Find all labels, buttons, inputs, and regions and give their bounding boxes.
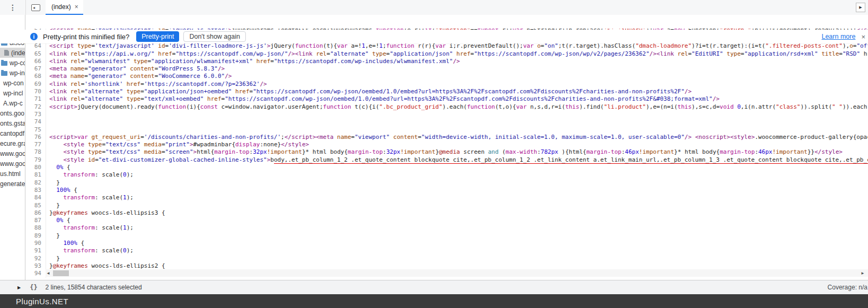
- code-line[interactable]: 91 transform: scale(0);: [25, 247, 868, 254]
- code-line[interactable]: 78 <style type="text/css" media="screen"…: [25, 148, 868, 156]
- line-number[interactable]: 72: [25, 103, 43, 111]
- line-number[interactable]: 83: [25, 187, 43, 194]
- code-line-text[interactable]: }: [46, 255, 868, 262]
- code-line-text[interactable]: <style type="text/css" media="screen">ht…: [46, 148, 868, 156]
- more-options-menu-icon[interactable]: ⋮: [0, 0, 26, 15]
- code-line[interactable]: 85 }: [25, 202, 868, 209]
- code-line[interactable]: 75: [25, 126, 868, 134]
- file-tree-item[interactable]: us.html: [0, 169, 25, 179]
- code-line-text[interactable]: 100% {: [46, 187, 868, 194]
- code-line[interactable]: 86}@keyframes woocs-lds-ellipsis3 {: [25, 209, 868, 217]
- line-number[interactable]: 74: [25, 118, 43, 126]
- line-number[interactable]: 79: [25, 156, 43, 164]
- line-number[interactable]: 65: [25, 50, 43, 58]
- infobar-close-icon[interactable]: ×: [861, 33, 865, 41]
- line-number[interactable]: 75: [25, 126, 43, 134]
- code-editor[interactable]: 62<script type='text/javascript' id='jqu…: [25, 15, 868, 280]
- line-number[interactable]: 78: [25, 148, 43, 156]
- code-line-text[interactable]: <meta name="generator" content="WooComme…: [46, 73, 868, 80]
- code-line-text[interactable]: <link rel="alternate" type="text/xml+oem…: [46, 95, 868, 103]
- line-number[interactable]: 87: [25, 217, 43, 224]
- tab-overflow-icon[interactable]: ▶: [856, 3, 865, 12]
- format-braces-icon[interactable]: {}: [30, 284, 37, 291]
- file-tree-item[interactable]: onts.gsta: [0, 118, 25, 128]
- code-line-text[interactable]: <link rel="https://api.w.org/" href="htt…: [46, 50, 868, 58]
- code-line-text[interactable]: <script type='text/javascript' id='divi-…: [46, 42, 868, 50]
- line-number[interactable]: 84: [25, 194, 43, 201]
- line-number[interactable]: 64: [25, 42, 43, 50]
- line-number[interactable]: 68: [25, 73, 43, 80]
- code-line-text[interactable]: }@keyframes woocs-lds-ellipsis3 {: [46, 209, 868, 217]
- file-tree-item[interactable]: wp-con: [0, 58, 25, 68]
- code-line[interactable]: 88 transform: scale(1);: [25, 224, 868, 232]
- learn-more-link[interactable]: Learn more: [821, 33, 855, 40]
- line-number[interactable]: 90: [25, 240, 43, 247]
- line-number[interactable]: 88: [25, 224, 43, 232]
- expand-sidebar-icon[interactable]: ▶: [17, 285, 21, 290]
- code-line[interactable]: 90 100% {: [25, 240, 868, 247]
- file-tree-item[interactable]: wp-con: [0, 78, 25, 88]
- code-line-text[interactable]: transform: scale(1);: [46, 224, 868, 232]
- code-line[interactable]: 66<link rel="wlwmanifest" type="applicat…: [25, 58, 868, 65]
- scroll-right-icon[interactable]: ►: [861, 271, 865, 276]
- file-tree-item[interactable]: www.goo: [0, 148, 25, 159]
- code-line[interactable]: 83 100% {: [25, 187, 868, 194]
- line-number[interactable]: 89: [25, 232, 43, 240]
- code-line-text[interactable]: <link rel="wlwmanifest" type="applicatio…: [46, 58, 868, 65]
- dont-show-again-button[interactable]: Don't show again: [183, 31, 246, 42]
- line-number[interactable]: 94: [25, 270, 43, 277]
- file-tree-item[interactable]: A.wp-c: [0, 98, 25, 108]
- file-tree-item[interactable]: (inde: [0, 48, 25, 58]
- line-number[interactable]: 76: [25, 134, 43, 141]
- code-line[interactable]: 70<link rel="alternate" type="applicatio…: [25, 88, 868, 95]
- line-number[interactable]: 69: [25, 81, 43, 88]
- code-line-text[interactable]: transform: scale(0);: [46, 171, 868, 179]
- code-line[interactable]: 84 transform: scale(1);: [25, 194, 868, 201]
- line-number[interactable]: 91: [25, 247, 43, 254]
- code-line-text[interactable]: [46, 111, 868, 118]
- line-number[interactable]: 70: [25, 88, 43, 95]
- code-line-text[interactable]: <link rel='shortlink' href='https://scan…: [46, 81, 868, 88]
- scrollbar-thumb[interactable]: [53, 270, 69, 276]
- code-line-text[interactable]: transform: scale(1);: [46, 194, 868, 201]
- code-line-text[interactable]: [46, 118, 868, 126]
- line-number[interactable]: 66: [25, 58, 43, 65]
- line-number[interactable]: 71: [25, 95, 43, 103]
- code-line[interactable]: 82 }: [25, 179, 868, 187]
- code-line[interactable]: 67<meta name="generator" content="WordPr…: [25, 65, 868, 73]
- line-number[interactable]: 92: [25, 255, 43, 262]
- line-number[interactable]: 93: [25, 262, 43, 270]
- line-number[interactable]: 81: [25, 171, 43, 179]
- code-line-text[interactable]: }: [46, 232, 868, 240]
- file-tree-item[interactable]: www.goo: [0, 159, 25, 169]
- file-tree-item[interactable]: cantopdf: [0, 128, 25, 138]
- code-line[interactable]: 80 0% {: [25, 164, 868, 171]
- code-line-text[interactable]: transform: scale(0);: [46, 247, 868, 254]
- code-line-text[interactable]: 0% {: [46, 217, 868, 224]
- hide-navigator-icon[interactable]: ◂: [31, 4, 40, 11]
- line-number[interactable]: 80: [25, 164, 43, 171]
- line-number[interactable]: 82: [25, 179, 43, 187]
- code-line[interactable]: 81 transform: scale(0);: [25, 171, 868, 179]
- line-number[interactable]: 86: [25, 209, 43, 217]
- code-line-text[interactable]: 100% {: [46, 240, 868, 247]
- code-line[interactable]: 73: [25, 111, 868, 118]
- code-line[interactable]: 71<link rel="alternate" type="text/xml+o…: [25, 95, 868, 103]
- code-line-text[interactable]: 0% {: [46, 164, 868, 171]
- code-line[interactable]: 89 }: [25, 232, 868, 240]
- code-line[interactable]: 74: [25, 118, 868, 126]
- line-number[interactable]: 67: [25, 65, 43, 73]
- file-tree-item[interactable]: ecure.gra: [0, 138, 25, 148]
- tab-close-icon[interactable]: ×: [75, 4, 78, 10]
- code-line[interactable]: 64<script type='text/javascript' id='div…: [25, 42, 868, 50]
- code-line-text[interactable]: <link rel="alternate" type="application/…: [46, 88, 868, 95]
- code-line[interactable]: 68<meta name="generator" content="WooCom…: [25, 73, 868, 80]
- file-tree-item[interactable]: wp-incl: [0, 88, 25, 98]
- file-tree-item[interactable]: onts.goo: [0, 108, 25, 118]
- pretty-print-button[interactable]: Pretty-print: [136, 31, 179, 42]
- file-tree-item[interactable]: wp-incl: [0, 68, 25, 78]
- code-line-text[interactable]: <style type="text/css" media="print">#wp…: [46, 141, 868, 148]
- tab-index-file[interactable]: (index) ×: [46, 0, 83, 15]
- scroll-left-icon[interactable]: ◄: [46, 271, 51, 276]
- code-line-text[interactable]: }: [46, 202, 868, 209]
